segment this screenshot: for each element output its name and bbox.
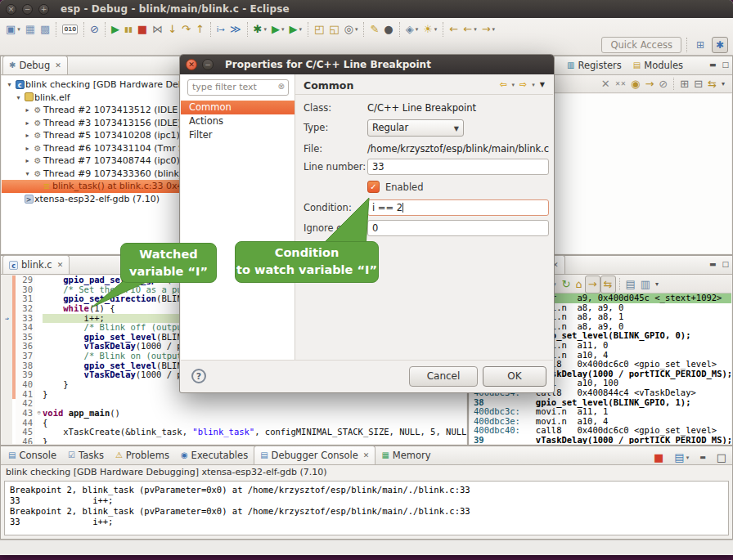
terminate-console-button[interactable]: ■	[651, 450, 666, 466]
view-menu-icon[interactable]: ▼	[540, 81, 545, 88]
binary-console-button[interactable]: 010	[60, 23, 80, 36]
dialog-category-common[interactable]: Common	[181, 101, 295, 114]
dialog-category-filter[interactable]: Filter	[181, 128, 295, 142]
mark-occurrences-button[interactable]: ✎	[367, 21, 381, 38]
breakpoint-gutter[interactable]	[2, 294, 12, 304]
debug-button[interactable]: ✱▾	[251, 21, 269, 38]
step-into-button[interactable]: ↓	[165, 21, 179, 38]
resume-button[interactable]: ▶	[109, 21, 122, 38]
external-browser-button[interactable]: ●	[381, 21, 395, 38]
line-number-input[interactable]: 33	[367, 159, 549, 175]
step-over-button[interactable]: ↷	[179, 21, 193, 38]
tab-tasks[interactable]: ☑Tasks	[62, 446, 110, 464]
maximize-icon[interactable]: □	[722, 260, 729, 268]
breakpoint-gutter[interactable]	[2, 285, 12, 295]
minimize-icon[interactable]: ▬	[709, 260, 717, 268]
step-return-button[interactable]: ↑	[193, 21, 207, 38]
breakpoint-gutter[interactable]	[2, 409, 12, 419]
enabled-checkbox[interactable]: ✓	[367, 181, 380, 193]
close-icon[interactable]: ✕	[363, 451, 370, 459]
remove-all-breakpoints-button[interactable]: ✕✕	[613, 76, 628, 92]
breakpoint-gutter[interactable]	[2, 323, 12, 333]
forward-arrow-icon[interactable]: ⇨	[519, 79, 527, 90]
goto-file-for-breakpoint-button[interactable]: →	[642, 76, 656, 92]
view-menu-button[interactable]: ▾	[653, 276, 661, 293]
maximize-button[interactable]: □	[714, 450, 729, 466]
tree-expander-icon[interactable]: ▾	[23, 170, 32, 177]
tab-debugger-console[interactable]: ▤Debugger Console✕	[254, 446, 375, 464]
breakpoint-gutter[interactable]	[2, 399, 12, 409]
breakpoint-gutter[interactable]	[2, 352, 12, 361]
minimize-button[interactable]: ▬	[697, 450, 708, 466]
breakpoint-gutter[interactable]	[2, 276, 12, 285]
open-element-button[interactable]: ◰	[312, 21, 326, 38]
pin-view-button[interactable]: ▥	[638, 276, 653, 293]
breakpoint-gutter[interactable]	[2, 370, 12, 380]
clear-filter-icon[interactable]: ⊗	[278, 82, 285, 91]
window-close-button[interactable]: ×	[6, 4, 16, 15]
breakpoint-gutter[interactable]	[2, 361, 12, 371]
tree-expander-icon[interactable]: ▸	[23, 132, 32, 139]
chevron-down-icon[interactable]: ▾	[512, 82, 515, 88]
window-maximize-button[interactable]: +	[38, 4, 49, 15]
type-select[interactable]: Regular▼	[367, 119, 464, 137]
open-perspective-button[interactable]: ⊞	[692, 37, 708, 53]
open-type-button[interactable]: ◱	[326, 21, 341, 38]
search-button[interactable]: ◎▾	[342, 21, 361, 38]
breakpoint-gutter[interactable]	[2, 428, 12, 437]
home-button[interactable]: ⌂	[573, 276, 584, 293]
collapse-all-button[interactable]: ⊟	[691, 76, 705, 92]
filter-input[interactable]: type filter text	[187, 79, 289, 96]
step-filters-button[interactable]: ≫	[227, 21, 244, 38]
debug-perspective-button[interactable]: ✱	[712, 37, 728, 53]
last-edit-location-button[interactable]: ←	[447, 21, 461, 38]
ok-button[interactable]: OK	[483, 366, 546, 387]
deselect-default-breakpoint-button[interactable]: ⊘	[656, 76, 670, 92]
condition-input[interactable]: i == 2	[367, 199, 549, 216]
back-arrow-icon[interactable]: ⇦	[499, 79, 506, 90]
back-button[interactable]: ←▾	[461, 21, 479, 38]
chevron-down-icon[interactable]: ▾	[532, 82, 535, 88]
tree-expander-icon[interactable]: ▸	[23, 145, 32, 152]
annotation-button[interactable]: ☀▾	[420, 21, 439, 38]
tab-registers[interactable]: ▥Registers	[561, 56, 627, 74]
dialog-close-button[interactable]: ✕	[186, 59, 197, 70]
new-wizard-button[interactable]: ▣▾	[3, 21, 23, 38]
dialog-category-actions[interactable]: Actions	[181, 114, 295, 128]
ignore-count-input[interactable]: 0	[367, 220, 549, 236]
breakpoint-gutter[interactable]	[2, 390, 12, 400]
tree-expander-icon[interactable]: ▸	[23, 106, 32, 114]
forward-button[interactable]: →▾	[479, 21, 497, 38]
close-icon[interactable]: ✕	[57, 261, 64, 269]
view-menu-button[interactable]: ▾	[719, 76, 727, 92]
display-selected-console-button[interactable]: ▤▾	[672, 450, 691, 466]
minimize-icon[interactable]: ▬	[709, 60, 717, 69]
tab-executables[interactable]: ◉Executables	[175, 446, 254, 464]
fold-collapse-icon[interactable]: ⊖	[35, 409, 43, 419]
new-view-button[interactable]: ▤	[623, 276, 638, 293]
run-button[interactable]: ▶▾	[269, 21, 287, 38]
refresh-view-button[interactable]: ↻	[560, 276, 573, 293]
tab-memory[interactable]: ▦Memory	[375, 446, 436, 464]
cancel-button[interactable]: Cancel	[409, 366, 478, 387]
breakpoint-pc-icon[interactable]: ⇒	[2, 314, 12, 324]
terminate-button[interactable]: ■	[135, 21, 150, 38]
expand-all-button[interactable]: ⊞	[677, 76, 691, 92]
tab-blink-c[interactable]: c blink.c ✕	[2, 255, 70, 274]
skip-all-breakpoints-button[interactable]: ⊘	[88, 21, 101, 38]
maximize-icon[interactable]: □	[722, 60, 729, 69]
help-icon[interactable]: ?	[191, 369, 206, 383]
tab-debug[interactable]: ✱ Debug ✕	[2, 56, 68, 74]
breakpoint-gutter[interactable]	[2, 437, 12, 444]
breakpoint-gutter[interactable]	[2, 333, 12, 343]
pin-editor-button[interactable]: ◈▾	[403, 21, 421, 38]
locate-pc-button[interactable]: →	[585, 276, 600, 293]
quick-access-button[interactable]: Quick Access	[601, 37, 681, 53]
instruction-stepping-button[interactable]: i→	[214, 21, 227, 38]
breakpoint-gutter[interactable]	[2, 419, 12, 428]
link-with-active-debug-context-button[interactable]: ⇆	[600, 276, 616, 293]
breakpoint-gutter[interactable]	[2, 304, 12, 314]
tree-expander-icon[interactable]: ▾	[5, 81, 14, 88]
tab-console[interactable]: ▤Console	[2, 446, 62, 464]
close-icon[interactable]: ✕	[55, 61, 61, 69]
